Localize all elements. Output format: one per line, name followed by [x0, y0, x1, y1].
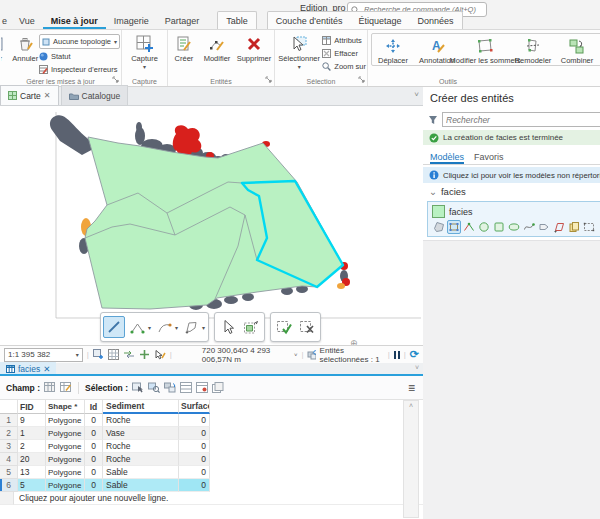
delete-selection-icon[interactable] [196, 382, 208, 393]
clear-selection-icon[interactable] [180, 382, 192, 393]
refresh-icon[interactable]: ⟳ [410, 349, 419, 360]
template-search-input[interactable] [442, 112, 600, 127]
grid-icon[interactable] [108, 349, 119, 360]
circle-tool-icon[interactable] [477, 220, 491, 234]
tab-etiquetage[interactable]: Étiquetage [351, 13, 410, 29]
right-angle-tool-icon[interactable] [462, 220, 476, 234]
column-header-fid[interactable]: FID [18, 400, 46, 414]
move-tool-button[interactable]: Déplacer [372, 34, 414, 65]
coordinates-readout[interactable]: 720 300,64O 4 293 006,57N m ˅ [202, 346, 298, 364]
trace-angle-tool[interactable] [126, 316, 148, 338]
edit-vertices-button[interactable]: Modifier les sommets [460, 34, 510, 65]
dialog-launcher-icon[interactable] [358, 75, 365, 85]
create-features-button[interactable]: Créer [169, 32, 199, 63]
topology-dropdown[interactable]: Aucune topologie ▾ [39, 34, 120, 49]
filter-icon[interactable] [428, 115, 438, 125]
tab-carte[interactable]: Carte ✕ [0, 85, 59, 105]
save-button[interactable]: trer [1, 32, 12, 63]
column-header-id[interactable]: Id [85, 400, 103, 414]
tab-couche-entites[interactable]: Couche d'entités [268, 13, 351, 29]
copy-rows-icon[interactable] [212, 382, 224, 393]
line-segment-tool[interactable] [103, 316, 125, 338]
caret-down-icon[interactable]: ▾ [202, 324, 205, 331]
tab-catalogue[interactable]: Catalogue [61, 85, 129, 105]
calculate-field-icon[interactable] [60, 382, 72, 393]
select-by-attributes-icon[interactable] [132, 382, 144, 393]
pointer-tool[interactable] [217, 316, 239, 338]
freehand-tool-icon[interactable] [522, 220, 536, 234]
trace-tool-icon[interactable] [537, 220, 551, 234]
map-view[interactable]: ▾ ▾ ▾ [0, 106, 423, 345]
tab-modeles[interactable]: Modèles [430, 152, 464, 164]
modify-features-button[interactable]: Modifier [199, 32, 235, 63]
dialog-launcher-icon[interactable] [112, 75, 119, 85]
table-row[interactable]: 3 2 Polygone 0 Roche 0 [0, 440, 423, 453]
trace-polygon-tool[interactable] [180, 316, 202, 338]
column-header-surface[interactable]: Surface [179, 400, 210, 414]
zoom-to-selection-button[interactable]: Zoom sur [322, 60, 366, 72]
error-inspector-button[interactable]: Inspecteur d'erreurs [39, 63, 120, 75]
dialog-launcher-icon[interactable] [265, 75, 272, 85]
table-row[interactable]: 5 13 Polygone 0 Sable 0 [0, 466, 423, 479]
close-icon[interactable]: ✕ [43, 364, 50, 374]
autocomplete-polygon-tool-icon[interactable] [552, 220, 566, 234]
finish-part-tool[interactable] [240, 316, 262, 338]
tab-mise-a-jour[interactable]: Mise à jour [43, 13, 106, 29]
delete-features-button[interactable]: Supprimer [235, 32, 273, 63]
new-map-icon[interactable] [93, 349, 104, 360]
collapse-chevron-icon[interactable]: ⌄ [429, 186, 437, 197]
template-card-facies[interactable]: facies [427, 201, 600, 237]
attributes-button[interactable]: Attributs [322, 34, 366, 46]
scale-combobox[interactable]: 1:1 395 382 ▾ [4, 348, 83, 362]
rectangle-tool-icon[interactable] [447, 220, 461, 234]
switch-selection-icon[interactable] [164, 382, 176, 393]
column-header-sediment[interactable]: Sediment [103, 400, 179, 414]
discard-edits-button[interactable]: Annuler [12, 32, 40, 63]
table-scrollbar[interactable]: ˄ [403, 400, 419, 518]
tab-clipped[interactable]: e [0, 13, 11, 29]
finish-sketch-button[interactable] [273, 316, 295, 338]
scroll-up-icon[interactable]: ˄ [404, 401, 418, 411]
polygon-tool-icon[interactable] [432, 220, 446, 234]
tab-partager[interactable]: Partager [157, 13, 208, 29]
ellipse-tool-icon[interactable] [507, 220, 521, 234]
close-icon[interactable]: ✕ [44, 91, 51, 100]
transform-icon[interactable] [123, 349, 135, 360]
caret-down-icon[interactable]: ▾ [175, 324, 178, 331]
select-button[interactable]: Sélectionner ▾ [276, 32, 322, 70]
cancel-sketch-button[interactable] [296, 316, 318, 338]
table-row-selected[interactable]: 6 5 Polygone 0 Sable 0 [0, 479, 423, 492]
stamp-tool-icon[interactable] [567, 220, 581, 234]
tab-favoris[interactable]: Favoris [474, 152, 504, 164]
zoom-to-selection-icon[interactable] [148, 382, 160, 393]
table-row[interactable]: 2 1 Polygone 0 Vase 0 [0, 427, 423, 440]
pause-drawing-button[interactable] [394, 351, 400, 359]
table-row[interactable]: 1 9 Polygone 0 Roche 0 [0, 414, 423, 427]
edit-pointer-icon[interactable] [154, 349, 166, 360]
square-tool-icon[interactable] [492, 220, 506, 234]
caret-down-icon[interactable]: ▾ [148, 324, 151, 331]
tab-overflow-chevron-icon[interactable]: ˅ [414, 90, 419, 99]
tab-table[interactable]: Table [218, 13, 256, 29]
tab-vue[interactable]: Vue [11, 13, 43, 29]
tab-overflow-chevron-icon[interactable]: ˅ [415, 364, 419, 371]
merge-tool-button[interactable]: Combiner [556, 34, 598, 65]
annotation-extent-tool-icon[interactable] [582, 220, 596, 234]
add-new-row[interactable]: Cliquez pour ajouter une nouvelle ligne. [0, 492, 423, 505]
unlisted-templates-notice[interactable]: Cliquez ici pour voir les modèles non ré… [423, 167, 600, 183]
add-field-icon[interactable] [44, 382, 56, 393]
layer-section-facies[interactable]: ⌄ facies [423, 183, 600, 200]
clear-selection-button[interactable]: Effacer [322, 47, 366, 59]
table-row[interactable]: 4 20 Polygone 0 Roche 0 [0, 453, 423, 466]
table-menu-icon[interactable]: ≡ [408, 382, 415, 394]
arc-segment-tool[interactable] [153, 316, 175, 338]
toolbar-options-icon[interactable]: ⊕ [350, 338, 358, 345]
tab-donnees[interactable]: Données [410, 13, 462, 29]
status-button[interactable]: Statut [39, 50, 120, 62]
reshape-tool-button[interactable]: Remodeler [510, 34, 556, 65]
snapping-button[interactable]: Capture ▾ [123, 32, 166, 70]
add-feature-icon[interactable] [139, 349, 150, 360]
tab-imagerie[interactable]: Imagerie [106, 13, 157, 29]
facies-polygon-layer[interactable] [85, 137, 343, 309]
column-header-shape[interactable]: Shape * [46, 400, 85, 414]
